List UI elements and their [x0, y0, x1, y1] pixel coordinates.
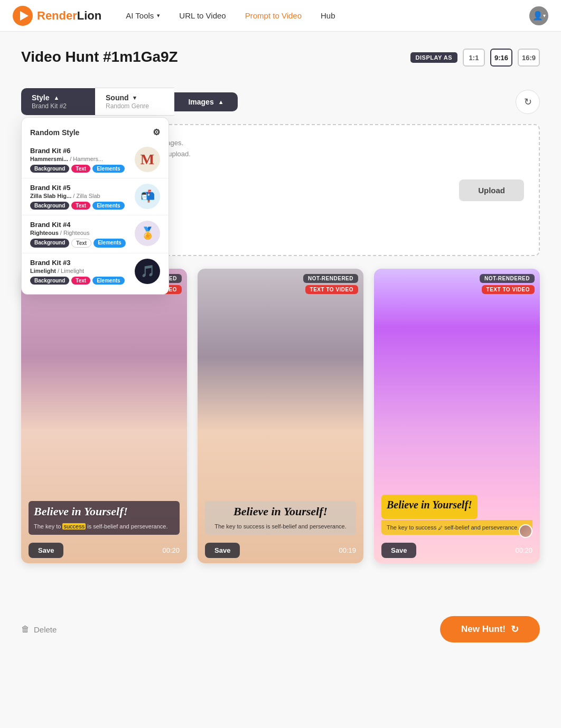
- navbar: RenderLion AI Tools ▾ URL to Video Promp…: [0, 0, 561, 32]
- dropdown-item-0[interactable]: Brand Kit #6 Hammersmi... / Hammers... B…: [22, 141, 169, 178]
- dropdown-icon-1: 📬: [135, 184, 160, 209]
- user-avatar[interactable]: 👤 ▾: [529, 6, 548, 25]
- page-title: Video Hunt #1m1Ga9Z: [21, 49, 178, 65]
- dropdown-item-3[interactable]: Brand Kit #3 Limelight / Limelight Backg…: [22, 253, 169, 290]
- card-0-subtitle: The key to success is self-belief and pe…: [34, 522, 174, 531]
- text-to-video-badge-1: TEXT TO VIDEO: [305, 285, 358, 294]
- nav-ai-tools[interactable]: AI Tools ▾: [118, 7, 167, 24]
- video-card-1[interactable]: NOT-RENDERED TEXT TO VIDEO Believe in Yo…: [198, 269, 363, 563]
- card-0-title: Believe in Yourself!: [34, 505, 174, 518]
- ratio-16-9[interactable]: 16:9: [518, 49, 540, 67]
- save-button-1[interactable]: Save: [205, 543, 240, 558]
- card-2-title: Believe in Yourself!: [387, 499, 472, 510]
- dropdown-settings-icon[interactable]: ⚙: [153, 127, 160, 137]
- sound-chevron: ▾: [133, 94, 136, 101]
- nav-url-to-video[interactable]: URL to Video: [172, 7, 233, 24]
- logo-text: RenderLion: [37, 9, 101, 23]
- ai-tools-chevron: ▾: [157, 12, 160, 19]
- card-1-badges: NOT-RENDERED TEXT TO VIDEO: [303, 274, 358, 294]
- card-1-title: Believe in Yourself!: [210, 505, 351, 518]
- style-chevron: ▲: [53, 94, 59, 101]
- bottom-bar: Delete New Hunt! ↻: [0, 601, 561, 657]
- dropdown-header: Random Style ⚙: [22, 122, 169, 141]
- toolbar-row: Style ▲ Brand Kit #2 Sound ▾ Random Genr…: [21, 88, 540, 116]
- refresh-button[interactable]: ↻: [516, 90, 540, 114]
- dropdown-icon-0: M: [135, 147, 160, 172]
- duration-2: 00:20: [515, 546, 532, 554]
- ratio-9-16[interactable]: 9:16: [490, 49, 512, 67]
- ratio-1-1[interactable]: 1:1: [463, 49, 485, 67]
- save-button-0[interactable]: Save: [29, 543, 63, 558]
- new-hunt-icon: ↻: [511, 623, 519, 635]
- save-button-2[interactable]: Save: [381, 543, 416, 558]
- logo[interactable]: RenderLion: [13, 6, 101, 26]
- upload-button[interactable]: Upload: [459, 179, 524, 201]
- nav-links: AI Tools ▾ URL to Video Prompt to Video …: [118, 7, 529, 24]
- text-to-video-badge-2: TEXT TO VIDEO: [482, 285, 535, 294]
- nav-hub[interactable]: Hub: [313, 7, 343, 24]
- duration-0: 00:20: [162, 546, 180, 554]
- card-2-footer: Save 00:20: [374, 537, 540, 563]
- dropdown-item-2[interactable]: Brand Kit #4 Righteous / Righteous Backg…: [22, 215, 169, 253]
- delete-button[interactable]: Delete: [21, 625, 57, 634]
- card-0-footer: Save 00:20: [21, 537, 187, 563]
- duration-1: 00:19: [339, 546, 356, 554]
- video-card-2[interactable]: NOT-RENDERED TEXT TO VIDEO Believe in Yo…: [374, 269, 540, 563]
- card-2-badges: NOT-RENDERED TEXT TO VIDEO: [480, 274, 535, 294]
- new-hunt-button[interactable]: New Hunt! ↻: [440, 616, 540, 642]
- style-dropdown: Random Style ⚙ Brand Kit #6 Hammersmi...…: [21, 117, 169, 295]
- dropdown-item-1[interactable]: Brand Kit #5 Zilla Slab Hig... / Zilla S…: [22, 178, 169, 215]
- display-as-row: DISPLAY AS 1:1 9:16 16:9: [410, 49, 540, 67]
- video-grid: NOT-RENDERED TEXT TO VIDEO Believe in Yo…: [21, 269, 540, 563]
- not-rendered-badge-2: NOT-RENDERED: [480, 274, 535, 283]
- main-content: Video Hunt #1m1Ga9Z DISPLAY AS 1:1 9:16 …: [0, 32, 561, 580]
- card-2-subtitle: The key to success 🖊 self-belief and per…: [387, 523, 527, 532]
- card-1-subtitle: The key to success is self-belief and pe…: [210, 522, 351, 531]
- not-rendered-badge-1: NOT-RENDERED: [303, 274, 358, 283]
- dropdown-icon-3: 🎵: [135, 259, 160, 284]
- images-button[interactable]: Images ▲: [174, 92, 238, 111]
- display-as-label: DISPLAY AS: [410, 52, 457, 63]
- nav-prompt-to-video[interactable]: Prompt to Video: [238, 7, 309, 24]
- style-button[interactable]: Style ▲ Brand Kit #2: [21, 88, 95, 115]
- sound-button[interactable]: Sound ▾ Random Genre: [95, 88, 174, 116]
- dropdown-icon-2: 🏅: [135, 221, 160, 246]
- video-card-0[interactable]: NOT-RENDERED TEXT TO VIDEO Believe in Yo…: [21, 269, 187, 563]
- logo-icon: [13, 6, 33, 26]
- card-1-footer: Save 00:19: [198, 537, 363, 563]
- images-chevron: ▲: [218, 99, 224, 105]
